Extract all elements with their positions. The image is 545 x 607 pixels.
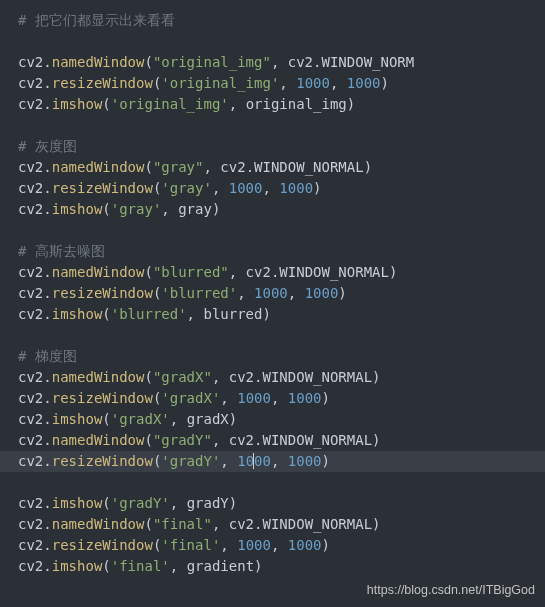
code-line-highlighted: cv2.resizeWindow('gradY', 1000, 1000)	[0, 451, 545, 472]
comment-line: # 把它们都显示出来看看	[18, 12, 175, 28]
code-line: cv2.resizeWindow('gradX', 1000, 1000)	[18, 390, 330, 406]
code-line: cv2.imshow('gradY', gradY)	[18, 495, 237, 511]
code-line: cv2.imshow('original_img', original_img)	[18, 96, 355, 112]
code-block: # 把它们都显示出来看看 cv2.namedWindow("original_i…	[0, 0, 545, 587]
code-line: cv2.imshow('final', gradient)	[18, 558, 263, 574]
code-line: cv2.resizeWindow('gray', 1000, 1000)	[18, 180, 322, 196]
code-line: cv2.imshow('gray', gray)	[18, 201, 220, 217]
code-line: cv2.namedWindow("blurred", cv2.WINDOW_NO…	[18, 264, 397, 280]
code-line: cv2.resizeWindow('blurred', 1000, 1000)	[18, 285, 347, 301]
comment-line: # 高斯去噪图	[18, 243, 105, 259]
code-line: cv2.namedWindow("original_img", cv2.WIND…	[18, 54, 414, 70]
comment-line: # 灰度图	[18, 138, 77, 154]
code-line: cv2.namedWindow("gradX", cv2.WINDOW_NORM…	[18, 369, 381, 385]
code-line: cv2.namedWindow("gradY", cv2.WINDOW_NORM…	[18, 432, 381, 448]
code-line: cv2.imshow('blurred', blurred)	[18, 306, 271, 322]
watermark-text: https://blog.csdn.net/ITBigGod	[367, 580, 535, 601]
code-line: cv2.namedWindow("gray", cv2.WINDOW_NORMA…	[18, 159, 372, 175]
comment-line: # 梯度图	[18, 348, 77, 364]
code-line: cv2.resizeWindow('original_img', 1000, 1…	[18, 75, 389, 91]
code-line: cv2.namedWindow("final", cv2.WINDOW_NORM…	[18, 516, 381, 532]
code-line: cv2.resizeWindow('final', 1000, 1000)	[18, 537, 330, 553]
code-line: cv2.imshow('gradX', gradX)	[18, 411, 237, 427]
